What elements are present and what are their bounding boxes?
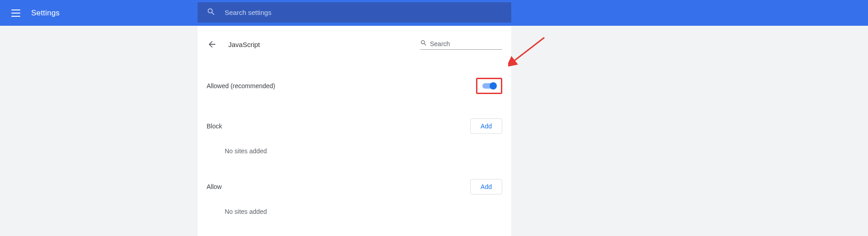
- allow-title: Allow: [207, 183, 222, 190]
- allow-empty-text: No sites added: [225, 208, 502, 215]
- annotation-arrow-icon: [508, 34, 549, 68]
- back-arrow-icon[interactable]: [207, 39, 217, 50]
- app-title: Settings: [31, 9, 60, 18]
- search-icon: [207, 7, 216, 18]
- toggle-track-icon: [482, 83, 496, 89]
- settings-content-card: JavaScript Allowed (recommended) Block A…: [198, 26, 511, 236]
- block-section-header: Block Add: [207, 118, 502, 134]
- javascript-allowed-toggle[interactable]: [476, 78, 502, 94]
- in-page-search-input[interactable]: [430, 40, 509, 47]
- in-page-search[interactable]: [420, 39, 502, 50]
- allowed-toggle-row: Allowed (recommended): [207, 78, 502, 94]
- settings-search-bar[interactable]: [198, 2, 511, 23]
- toggle-knob-icon: [490, 82, 497, 90]
- block-title: Block: [207, 123, 222, 130]
- allow-section-header: Allow Add: [207, 179, 502, 194]
- block-add-button[interactable]: Add: [470, 118, 502, 134]
- page-header: JavaScript: [207, 35, 502, 53]
- settings-search-input[interactable]: [225, 9, 511, 16]
- svg-line-0: [513, 38, 544, 62]
- page-title: JavaScript: [228, 41, 260, 48]
- block-empty-text: No sites added: [225, 147, 502, 155]
- menu-icon[interactable]: [11, 9, 20, 17]
- allow-add-button[interactable]: Add: [470, 179, 502, 194]
- top-app-bar: Settings: [0, 0, 868, 26]
- search-icon: [420, 39, 427, 48]
- allowed-label: Allowed (recommended): [207, 82, 275, 90]
